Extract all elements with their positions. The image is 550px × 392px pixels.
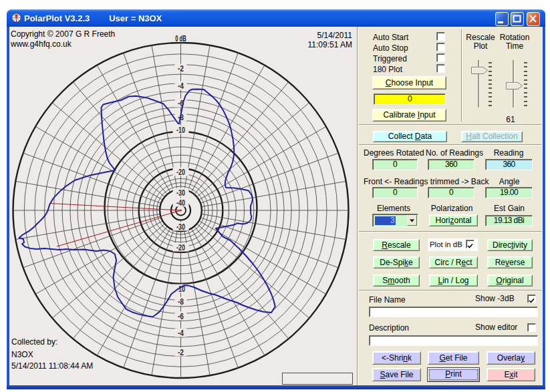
svg-text:-2: -2 xyxy=(178,64,184,73)
svg-text:-30: -30 xyxy=(176,222,185,232)
svg-text:-20: -20 xyxy=(176,168,185,177)
svg-text:-40: -40 xyxy=(176,198,185,208)
svg-text:-8: -8 xyxy=(178,297,184,307)
svg-text:-2: -2 xyxy=(178,348,184,357)
svg-text:-20: -20 xyxy=(176,243,185,252)
svg-text:-6: -6 xyxy=(178,312,184,321)
svg-text:-4: -4 xyxy=(178,329,184,338)
svg-text:-4: -4 xyxy=(178,81,184,91)
svg-text:-30: -30 xyxy=(176,188,185,198)
svg-text:0 dB: 0 dB xyxy=(175,34,186,43)
svg-text:-10: -10 xyxy=(176,126,185,135)
